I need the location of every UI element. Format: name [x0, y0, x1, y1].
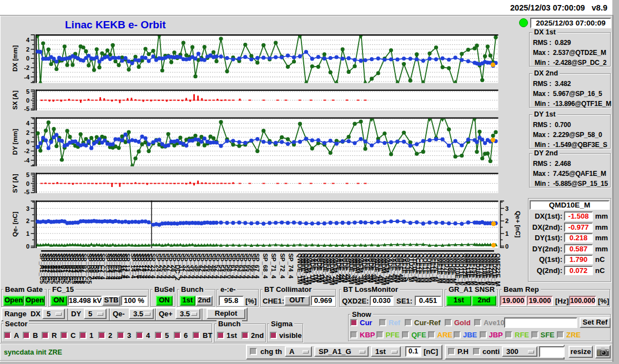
svg-text:SP_71_4: SP_71_4	[270, 254, 277, 279]
svg-text:-4: -4	[24, 74, 30, 80]
svg-text:0: 0	[26, 180, 29, 187]
svg-text:-2: -2	[24, 148, 29, 154]
svg-text:SY [A]: SY [A]	[12, 174, 18, 193]
svg-text:1: 1	[26, 230, 29, 237]
svg-text:Qe+ [nC]: Qe+ [nC]	[515, 211, 521, 237]
svg-text:-2: -2	[24, 64, 29, 71]
svg-text:QMF22E_M: QMF22E_M	[495, 254, 501, 286]
svg-text:3: 3	[26, 205, 29, 212]
svg-text:DY [mm]: DY [mm]	[12, 129, 18, 155]
svg-text:SP_67_4: SP_67_4	[254, 254, 260, 279]
svg-text:5: 5	[26, 88, 29, 95]
svg-text:0: 0	[26, 55, 29, 62]
svg-text:SP_72_4: SP_72_4	[279, 254, 286, 279]
svg-text:-5: -5	[24, 105, 29, 112]
svg-text:4: 4	[26, 37, 30, 43]
svg-text:0: 0	[26, 139, 29, 145]
svg-text:2: 2	[26, 218, 29, 224]
svg-text:-4: -4	[24, 157, 30, 164]
svg-text:SX [A]: SX [A]	[12, 90, 18, 110]
svg-text:DX [mm]: DX [mm]	[12, 46, 18, 72]
svg-text:0: 0	[505, 243, 509, 250]
svg-text:1: 1	[505, 230, 509, 237]
svg-text:0: 0	[26, 97, 29, 104]
svg-text:4: 4	[26, 120, 30, 127]
svg-text:-5: -5	[24, 189, 29, 195]
svg-text:2: 2	[26, 46, 29, 53]
svg-text:3: 3	[505, 205, 509, 212]
svg-text:SP_68_4: SP_68_4	[262, 254, 269, 279]
svg-text:SP_74_4: SP_74_4	[288, 254, 294, 279]
svg-text:Qe- [nC]: Qe- [nC]	[12, 211, 18, 237]
svg-text:0: 0	[26, 243, 29, 250]
svg-text:5: 5	[26, 171, 29, 178]
svg-text:2: 2	[26, 129, 29, 136]
svg-text:2: 2	[505, 218, 509, 224]
